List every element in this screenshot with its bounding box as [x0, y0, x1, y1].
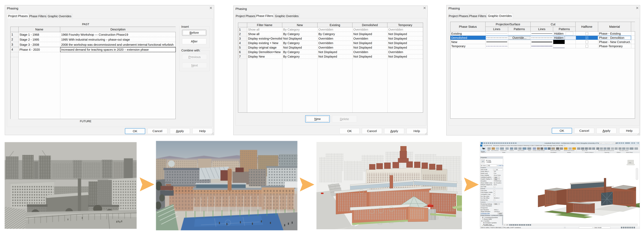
- svg-text:Model Model Model: Model Model Model: [564, 150, 574, 151]
- svg-text:Graphics: Graphics: [481, 167, 486, 168]
- svg-text:-8582.2: -8582.2: [494, 209, 498, 210]
- svg-text:Curtain Curtain Mullion: Curtain Curtain Mullion: [533, 150, 545, 151]
- svg-text:Component: Component: [500, 150, 506, 151]
- svg-text:Work Plane: Work Plane: [626, 152, 633, 153]
- svg-text:Detail Level: Detail Level: [481, 172, 488, 174]
- svg-text:Room Tag: Room Tag: [582, 150, 587, 151]
- svg-text:Properties help: Properties help: [481, 212, 490, 214]
- svg-text:Door Window: Door Window: [491, 150, 499, 151]
- svg-text:By Shaft Wall Vertical Dormer: By Shaft Wall Vertical Dormer: [598, 150, 614, 151]
- svg-text:Crop View: Crop View: [481, 190, 487, 191]
- svg-text:Room & Area ▾: Room & Area ▾: [585, 152, 594, 153]
- svg-text:Show Parts: Show Parts: [494, 174, 500, 176]
- svg-text:Properties: Properties: [481, 157, 487, 158]
- svg-text:Floor: Floor: [528, 150, 531, 151]
- svg-text:Visibility/Graphics ...: Visibility/Graphics ...: [481, 176, 493, 178]
- svg-text:3D View: 3D View: [486, 160, 491, 161]
- svg-text:Datum: Datum: [617, 152, 620, 153]
- svg-text:前视: 前视: [629, 162, 631, 164]
- svg-text:Camera: Camera: [481, 201, 486, 203]
- svg-text:Apply: Apply: [498, 213, 502, 214]
- svg-text:Fine: Fine: [494, 172, 496, 174]
- svg-text:304800.0: 304800.0: [494, 198, 499, 199]
- svg-text:Sun Path: Sun Path: [481, 186, 486, 188]
- svg-text:⊞ Cable Trays: ⊞ Cable Trays: [483, 224, 492, 225]
- svg-text:-160269.0: -160269.0: [494, 211, 500, 212]
- svg-text:type a keyword or phrase: type a keyword or phrase: [600, 142, 617, 144]
- svg-text:Edit...: Edit...: [494, 178, 498, 180]
- svg-text:None: None: [494, 184, 497, 186]
- svg-text:Build: Build: [502, 152, 505, 153]
- svg-text:Far Clip Offset: Far Clip Offset: [481, 198, 489, 199]
- svg-text:Rendering Settings: Rendering Settings: [481, 203, 492, 205]
- svg-text:Annotation Crop: Annotation Crop: [481, 194, 490, 195]
- svg-text:Locked Orientation: Locked Orientation: [481, 205, 492, 206]
- svg-text:Perspective: Perspective: [481, 207, 488, 208]
- svg-text:⊞ Annotation Symbols: ⊞ Annotation Symbols: [483, 222, 497, 224]
- svg-text:Default Analysis Di...: Default Analysis Di...: [481, 184, 493, 186]
- svg-text:Roof Ceiling: Roof Ceiling: [518, 150, 524, 151]
- svg-text:Column: Column: [510, 150, 514, 151]
- svg-text:Eye Elevation: Eye Elevation: [481, 209, 489, 210]
- svg-text:1 : 100: 1 : 100: [494, 169, 498, 170]
- svg-text:⊟ ▢ Families: ⊟ ▢ Families: [481, 220, 489, 222]
- svg-text:3D View: (三维): 3D View: (三维): [481, 165, 490, 166]
- svg-text:Architecture: Architecture: [484, 145, 492, 146]
- svg-text:Far Clip Active: Far Clip Active: [481, 196, 489, 197]
- svg-text:Wall: Wall: [488, 150, 490, 151]
- svg-text:ⓘ: ⓘ: [564, 145, 566, 146]
- svg-text:三维视图: 三维视图: [486, 161, 491, 163]
- svg-text:100: 100: [494, 171, 496, 172]
- svg-text:▢ Sheets (全部): ▢ Sheets (全部): [482, 218, 492, 220]
- svg-text:Opening: Opening: [604, 152, 609, 153]
- svg-text:Section Box: Section Box: [481, 199, 488, 201]
- svg-text:Target Elevation: Target Elevation: [481, 211, 490, 212]
- svg-text:Crop Region Visible: Crop Region Visible: [481, 192, 492, 193]
- svg-text:Edit...: Edit...: [494, 177, 498, 178]
- svg-text:Model: Model: [567, 152, 571, 153]
- svg-text:Parts Visibility: Parts Visibility: [481, 174, 489, 176]
- svg-text:Show Hidden Lines: Show Hidden Lines: [481, 182, 492, 184]
- svg-text:Extents: Extents: [481, 188, 485, 189]
- svg-text:⊞ ▢ Schedules/Quantities: ⊞ ▢ Schedules/Quantities: [482, 217, 498, 218]
- svg-text:Structure Systems Insert: Structure Systems Insert Annotate Analyz…: [493, 145, 563, 146]
- svg-text:Main Model: Main Model: [594, 227, 602, 228]
- svg-text:Click to select, TAB for alter: Click to select, TAB for alternates, CTR…: [481, 227, 521, 228]
- svg-text:Discipline: Discipline: [481, 180, 486, 182]
- svg-text:Edit...: Edit...: [494, 203, 498, 205]
- svg-text:Select ▾: Select ▾: [481, 152, 486, 153]
- svg-text:Architectural: Architectural: [494, 180, 501, 182]
- svg-text:Scale Value 1:: Scale Value 1:: [481, 171, 489, 172]
- svg-text:Set Show Viewer: Set Show Viewer: [620, 150, 628, 151]
- svg-text:View Scale: View Scale: [481, 169, 487, 170]
- svg-text:1 : 100: 1 : 100: [504, 224, 508, 226]
- svg-text:Graphic Display O...: Graphic Display O...: [481, 178, 493, 180]
- svg-text:By Discipline: By Discipline: [494, 182, 501, 184]
